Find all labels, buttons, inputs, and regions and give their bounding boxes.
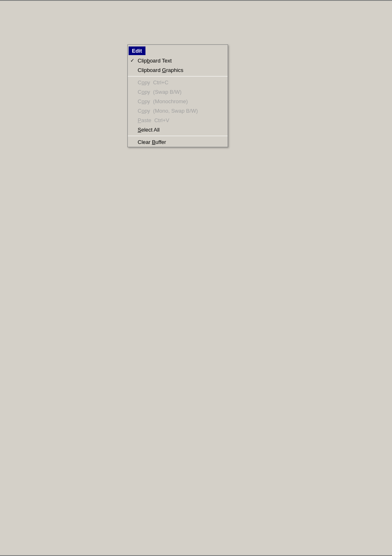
copy4-underline: o: [141, 108, 144, 114]
menu-item-select-all[interactable]: Select All: [128, 125, 228, 134]
copy1-underline: o: [141, 79, 144, 86]
menu-item-clipboard-graphics[interactable]: Clipboard Graphics: [128, 65, 228, 75]
menu-item-paste[interactable]: Paste Ctrl+V: [128, 116, 228, 125]
context-menu: Edit Clipboard Text Clipboard Graphics C…: [127, 44, 228, 147]
menu-header-area: Edit: [128, 45, 228, 56]
clipboard-graphics-underline: G: [162, 67, 166, 73]
select-all-underline: S: [138, 127, 141, 133]
top-border: [0, 0, 392, 1]
menu-title: Edit: [129, 46, 145, 55]
clipboard-text-underline: b: [147, 58, 150, 64]
copy3-underline: o: [141, 98, 144, 104]
menu-item-copy-mono[interactable]: Copy (Monochrome): [128, 97, 228, 106]
separator-1: [128, 76, 228, 76]
menu-item-clear-buffer[interactable]: Clear Buffer: [128, 137, 228, 147]
menu-title-text: Edit: [132, 48, 142, 54]
menu-item-copy-swap[interactable]: Copy (Swap B/W): [128, 87, 228, 97]
menu-item-clipboard-text[interactable]: Clipboard Text: [128, 56, 228, 65]
menu-item-copy-ctrlc[interactable]: Copy Ctrl+C: [128, 78, 228, 87]
copy2-underline: o: [141, 89, 144, 95]
separator-2: [128, 136, 228, 136]
paste-underline: P: [138, 117, 141, 123]
clear-buffer-underline: B: [152, 139, 156, 145]
menu-item-copy-mono-swap[interactable]: Copy (Mono, Swap B/W): [128, 106, 228, 116]
